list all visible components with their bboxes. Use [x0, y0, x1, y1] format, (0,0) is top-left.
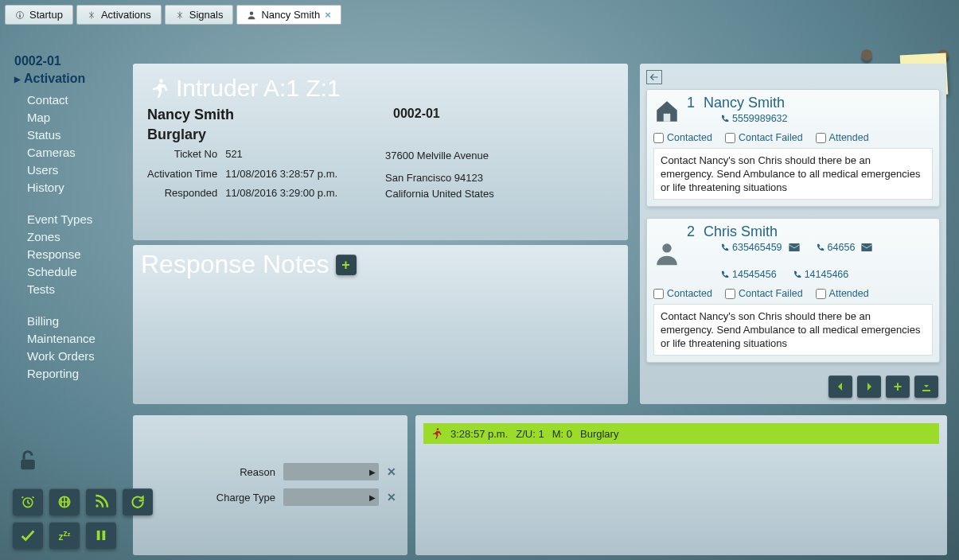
sidebar-item-eventtypes[interactable]: Event Types	[27, 212, 126, 228]
contacted-checkbox[interactable]: Contacted	[653, 288, 712, 299]
svg-rect-5	[664, 113, 671, 121]
attended-checkbox[interactable]: Attended	[816, 288, 869, 299]
mail-icon[interactable]	[789, 243, 800, 251]
sidebar-item-cameras[interactable]: Cameras	[27, 145, 126, 161]
sidebar-item-history[interactable]: History	[27, 180, 126, 196]
pause-button[interactable]	[86, 522, 116, 549]
alarm-type: Burglary	[147, 126, 614, 143]
svg-point-9	[437, 428, 439, 430]
response-notes-title: Response Notes +	[141, 250, 620, 279]
mail-icon[interactable]	[861, 243, 872, 251]
close-icon[interactable]: ×	[325, 9, 331, 21]
sidebar-item-maintenance[interactable]: Maintenance	[27, 331, 126, 347]
sidebar-item-status[interactable]: Status	[27, 127, 126, 143]
tab-activations[interactable]: Activations	[76, 5, 162, 25]
reason-combo[interactable]	[283, 463, 379, 480]
add-contact-button[interactable]: +	[886, 375, 910, 398]
contacts-panel: 1 Nancy Smith 5559989632 Contacted Conta…	[640, 64, 946, 404]
back-button[interactable]	[646, 70, 662, 84]
unlock-icon[interactable]	[16, 449, 40, 472]
form-panel: Reason ✕ Charge Type ✕	[133, 415, 407, 555]
svg-point-2	[19, 12, 21, 14]
next-contact-button[interactable]	[857, 375, 881, 398]
sidebar-item-reporting[interactable]: Reporting	[27, 366, 126, 382]
event-zu: Z/U: 1	[516, 428, 544, 440]
svg-point-3	[250, 11, 254, 15]
svg-point-13	[96, 504, 98, 507]
alarm-account: 0002-01	[393, 107, 440, 123]
building-button[interactable]	[49, 488, 80, 515]
svg-rect-8	[862, 243, 872, 251]
contact-name: 1 Nancy Smith	[687, 95, 788, 111]
sidebar-item-schedule[interactable]: Schedule	[27, 264, 126, 280]
sidebar-group-2: Event Types Zones Response Schedule Test…	[27, 212, 126, 298]
clear-charge-button[interactable]: ✕	[387, 491, 396, 504]
contacted-checkbox[interactable]: Contacted	[653, 132, 712, 143]
tab-signals[interactable]: Signals	[165, 5, 234, 25]
alarm-address: 37600 Melville Avenue San Francisco 9412…	[385, 148, 494, 202]
tab-label: Activations	[101, 9, 151, 21]
alarm-title: Intruder A:1 Z:1	[147, 75, 614, 102]
runner-icon	[430, 427, 442, 440]
sidebar-group-3: Billing Maintenance Work Orders Reportin…	[27, 313, 126, 382]
sidebar-item-contact[interactable]: Contact	[27, 92, 126, 108]
alarm-button[interactable]	[13, 488, 43, 515]
alarm-kv: Ticket No521 Activation Time11/08/2016 3…	[147, 148, 337, 202]
tab-bar: Startup Activations Signals Nancy Smith …	[5, 5, 341, 25]
pushpin-icon	[861, 49, 872, 60]
event-m: M: 0	[552, 428, 572, 440]
prev-contact-button[interactable]	[828, 375, 852, 398]
plus-icon: +	[894, 379, 902, 395]
sidebar-item-tests[interactable]: Tests	[27, 282, 126, 298]
contact-name: 2 Chris Smith	[687, 224, 933, 240]
rss-button[interactable]	[86, 488, 116, 515]
plus-icon: +	[341, 258, 350, 272]
download-contact-button[interactable]	[914, 375, 938, 398]
antenna-icon	[175, 10, 185, 20]
sidebar-item-workorders[interactable]: Work Orders	[27, 348, 126, 364]
phone-number[interactable]: 5559989632	[720, 113, 788, 124]
confirm-button[interactable]	[13, 522, 43, 549]
svg-rect-15	[103, 531, 106, 540]
contact-actions: +	[828, 375, 938, 398]
charge-combo[interactable]	[283, 488, 379, 506]
event-row[interactable]: 3:28:57 p.m. Z/U: 1 M: 0 Burglary	[423, 423, 939, 444]
phone-number[interactable]: 635465459	[720, 242, 800, 253]
attended-checkbox[interactable]: Attended	[816, 132, 869, 143]
account-number: 0002-01	[14, 54, 126, 68]
antenna-icon	[87, 10, 96, 20]
tab-label: Nancy Smith	[261, 9, 320, 21]
contact-failed-checkbox[interactable]: Contact Failed	[725, 132, 803, 143]
sidebar-item-map[interactable]: Map	[27, 110, 126, 126]
person-icon	[653, 240, 680, 267]
sidebar-item-billing[interactable]: Billing	[27, 313, 126, 329]
phone-number[interactable]: 14145466	[793, 269, 849, 280]
svg-point-4	[159, 79, 163, 83]
phone-number[interactable]: 14545456	[720, 269, 777, 280]
tab-label: Startup	[29, 9, 63, 21]
svg-rect-14	[97, 531, 100, 540]
runner-icon	[147, 77, 170, 99]
event-type: Burglary	[580, 428, 618, 440]
house-icon	[653, 98, 680, 125]
sidebar-item-activation[interactable]: Activation	[14, 72, 126, 86]
contact-failed-checkbox[interactable]: Contact Failed	[725, 288, 803, 299]
tab-startup[interactable]: Startup	[5, 5, 73, 25]
phone-number[interactable]: 64656	[816, 242, 873, 253]
contact-note: Contact Nancy's son Chris should there b…	[653, 304, 933, 356]
charge-label: Charge Type	[204, 492, 275, 504]
sidebar-item-response[interactable]: Response	[27, 247, 126, 262]
contact-card-2: 2 Chris Smith 635465459 64656 14545	[646, 218, 940, 363]
snooze-button[interactable]: zzz	[49, 522, 80, 549]
event-time: 3:28:57 p.m.	[450, 428, 508, 440]
sidebar-item-zones[interactable]: Zones	[27, 229, 126, 245]
refresh-button[interactable]	[123, 488, 153, 515]
zzz-icon: zzz	[59, 529, 71, 542]
sidebar-item-users[interactable]: Users	[27, 162, 126, 178]
tab-label: Signals	[189, 9, 224, 21]
add-note-button[interactable]: +	[336, 255, 357, 275]
svg-rect-7	[789, 243, 799, 251]
tab-nancy-smith[interactable]: Nancy Smith ×	[236, 5, 341, 25]
clear-reason-button[interactable]: ✕	[387, 465, 396, 478]
alarm-card: Intruder A:1 Z:1 Nancy Smith 0002-01 Bur…	[133, 64, 628, 240]
